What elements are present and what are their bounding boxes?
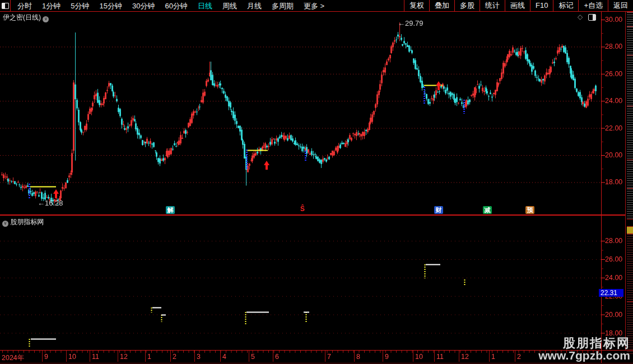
strip-section-8 (627, 226, 633, 234)
price-axis-label: 24.00 (605, 97, 631, 105)
sub-axis-label: 26.00 (605, 255, 631, 263)
sub-axis-label: 28.00 (605, 237, 631, 245)
month-label[interactable]: 11 (436, 353, 444, 361)
diamond-outline-icon[interactable]: ◇ (578, 13, 583, 21)
month-label[interactable]: 12 (120, 353, 128, 361)
month-label[interactable]: 5 (251, 353, 255, 361)
month-label[interactable]: 4 (222, 353, 226, 361)
price-annotation: ←16.28 (38, 199, 63, 207)
menu-item-2[interactable]: 1分钟 (37, 1, 66, 11)
event-badge-s[interactable]: Ŝ (298, 205, 307, 213)
chart-title: 伊之密(日线) ∨ (3, 13, 49, 22)
menu-item-4[interactable]: 15分钟 (94, 1, 127, 11)
menu-item-8[interactable]: 周线 (217, 1, 242, 11)
period-menu: 分时1分钟5分钟15分钟30分钟60分钟日线周线月线多周期更多 > (12, 1, 329, 11)
menu-item-11[interactable]: 更多 > (299, 1, 329, 11)
strip-section-7 (627, 219, 633, 226)
price-axis-label: 30.00 (605, 16, 631, 24)
watermark-site-url: www.7gpzb.com (538, 349, 630, 362)
toolbar-button-9[interactable]: 返回 (608, 0, 633, 11)
menu-item-7[interactable]: 日线 (193, 1, 217, 11)
trading-app-window: 分时1分钟5分钟15分钟30分钟60分钟日线周线月线多周期更多 > 复权叠加多股… (0, 0, 633, 364)
event-badge-yu[interactable]: 预 (525, 206, 534, 214)
price-annotation: ←29.79 (398, 19, 423, 27)
chevron-down-circle-icon[interactable]: ∨ (43, 16, 49, 22)
toolbar-button-1[interactable]: 复权 (404, 0, 429, 11)
month-label[interactable]: 1 (147, 353, 151, 361)
toolbar-button-4[interactable]: 统计 (480, 0, 505, 11)
toolbar-button-7[interactable]: 标记 (553, 0, 578, 11)
strip-section-6 (627, 188, 633, 219)
chevron-down-circle-icon[interactable]: ∨ (2, 221, 8, 227)
toolbar-right-buttons: 复权叠加多股统计画线F10标记+自选返回 (404, 0, 633, 11)
month-label[interactable]: 8 (356, 353, 360, 361)
month-label[interactable]: 10 (68, 353, 76, 361)
month-label[interactable]: 2 (173, 353, 176, 361)
year-label: 2024年 (2, 353, 24, 363)
toolbar-button-5[interactable]: 画线 (505, 0, 530, 11)
price-axis-label: 20.00 (605, 151, 631, 159)
half-filled-square-icon (2, 3, 9, 9)
red-up-arrow-icon (436, 81, 441, 86)
panel-split-icon[interactable] (588, 14, 596, 21)
menu-item-10[interactable]: 多周期 (267, 1, 299, 11)
window-layout-button[interactable] (0, 0, 11, 11)
red-up-arrow-icon (264, 161, 269, 165)
menu-item-9[interactable]: 月线 (242, 1, 267, 11)
month-label[interactable]: 2 (517, 353, 521, 361)
month-label[interactable]: 11 (92, 353, 99, 361)
month-label[interactable]: 7 (327, 353, 331, 361)
toolbar-button-3[interactable]: 多股 (454, 0, 480, 11)
toolbar-button-2[interactable]: 叠加 (429, 0, 454, 11)
month-label[interactable]: 6 (275, 353, 279, 361)
price-axis-label: 26.00 (605, 70, 631, 78)
month-label[interactable]: 3 (197, 353, 201, 361)
indicator-name-label: 股朋指标网 (10, 218, 44, 226)
sub-panel-header: ∨ 股朋指标网 (2, 217, 44, 227)
indicator-last-value-badge: 22.31 (599, 289, 623, 297)
watermark-site-name: 股朋指标网 (538, 337, 630, 350)
toolbar-button-8[interactable]: +自选 (578, 0, 608, 11)
event-badge-cai[interactable]: 财 (434, 206, 443, 214)
price-axis-label: 28.00 (605, 43, 631, 50)
month-label[interactable]: 12 (461, 353, 469, 361)
menu-item-1[interactable]: 分时 (12, 1, 37, 11)
symbol-period-label: 伊之密(日线) (3, 13, 41, 21)
toolbar-button-6[interactable]: F10 (530, 0, 553, 11)
month-label[interactable]: 9 (385, 353, 389, 361)
month-label[interactable]: 9 (44, 353, 48, 361)
event-badge-jie[interactable]: 解 (166, 206, 175, 214)
month-label[interactable]: 10 (415, 353, 423, 361)
price-axis-label: 18.00 (605, 178, 631, 186)
menu-item-5[interactable]: 30分钟 (127, 1, 160, 11)
sub-axis-label: 20.00 (605, 311, 631, 319)
candlestick-chart-canvas[interactable] (0, 0, 633, 364)
menu-item-3[interactable]: 5分钟 (66, 1, 94, 11)
sub-axis-label: 24.00 (605, 274, 631, 282)
watermark: 股朋指标网 www.7gpzb.com (538, 337, 630, 362)
red-up-arrow-icon (53, 189, 59, 194)
period-toolbar: 分时1分钟5分钟15分钟30分钟60分钟日线周线月线多周期更多 > 复权叠加多股… (0, 0, 633, 12)
event-badge-jian[interactable]: 减 (483, 206, 492, 214)
month-label[interactable]: 1 (491, 353, 495, 361)
price-axis-label: 22.00 (605, 124, 631, 132)
menu-item-6[interactable]: 60分钟 (160, 1, 192, 11)
